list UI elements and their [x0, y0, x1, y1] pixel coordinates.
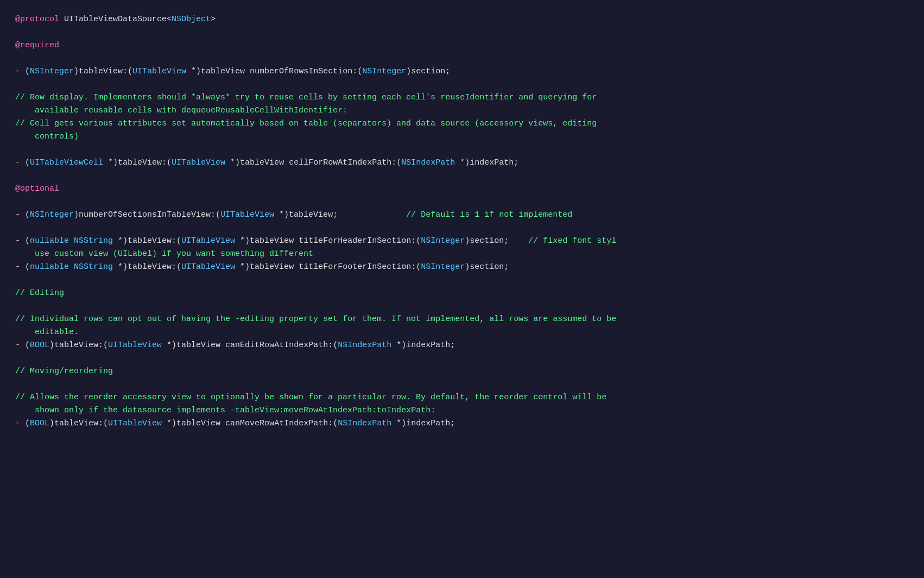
code-line: shown only if the datasource implements …: [15, 404, 909, 417]
code-line: [15, 378, 909, 391]
code-line: - (BOOL)tableView:(UITableView *)tableVi…: [15, 339, 909, 352]
code-viewer: @protocol UITableViewDataSource<NSObject…: [15, 13, 909, 430]
code-line: [15, 274, 909, 287]
code-line: [15, 352, 909, 365]
code-line: - (nullable NSString *)tableView:(UITabl…: [15, 235, 909, 248]
code-line: editable.: [15, 326, 909, 339]
code-line: - (NSInteger)numberOfSectionsInTableView…: [15, 209, 909, 222]
code-line: [15, 169, 909, 183]
code-line: [15, 78, 909, 91]
code-line: [15, 222, 909, 235]
code-line: @protocol UITableViewDataSource<NSObject…: [15, 13, 909, 26]
code-line: - (BOOL)tableView:(UITableView *)tableVi…: [15, 417, 909, 430]
code-line: // Moving/reordering: [15, 365, 909, 378]
code-line: controls): [15, 130, 909, 143]
code-line: [15, 52, 909, 65]
code-line: // Individual rows can opt out of having…: [15, 313, 909, 326]
code-line: - (UITableViewCell *)tableView:(UITableV…: [15, 156, 909, 169]
code-line: [15, 143, 909, 156]
code-line: [15, 26, 909, 39]
code-line: use custom view (UILabel) if you want so…: [15, 248, 909, 261]
code-line: available reusable cells with dequeueReu…: [15, 104, 909, 117]
code-line: // Cell gets various attributes set auto…: [15, 117, 909, 130]
code-line: // Allows the reorder accessory view to …: [15, 391, 909, 404]
code-line: @required: [15, 39, 909, 52]
code-line: - (nullable NSString *)tableView:(UITabl…: [15, 261, 909, 274]
code-line: // Row display. Implementers should *alw…: [15, 91, 909, 104]
code-line: [15, 300, 909, 313]
code-line: - (NSInteger)tableView:(UITableView *)ta…: [15, 65, 909, 78]
code-line: @optional: [15, 183, 909, 196]
code-line: // Editing: [15, 287, 909, 300]
code-line: [15, 196, 909, 209]
